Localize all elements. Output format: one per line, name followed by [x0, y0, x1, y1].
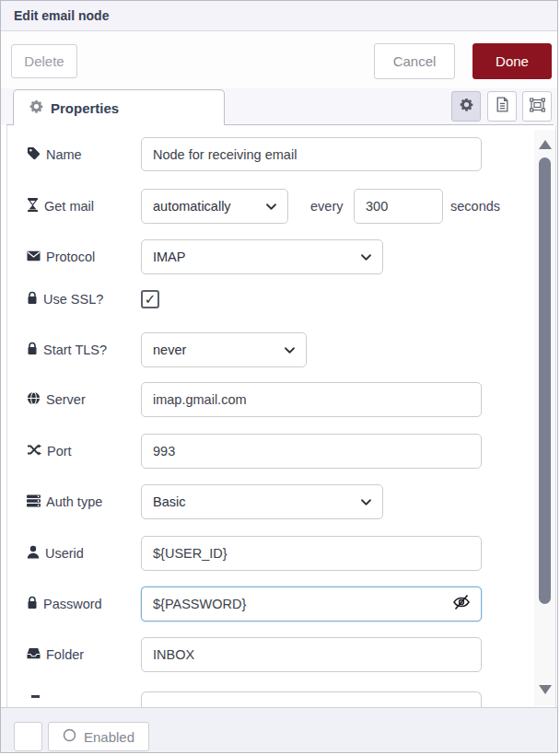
chevron-down-icon: [360, 250, 372, 264]
book-icon: [21, 728, 35, 746]
tab-properties[interactable]: Properties: [13, 89, 225, 125]
auth-type-select[interactable]: Basic: [141, 484, 383, 519]
user-icon: [27, 545, 40, 562]
protocol-select[interactable]: IMAP: [141, 239, 383, 274]
lock-icon: [27, 596, 38, 612]
start-tls-row: Start TLS? never: [1, 332, 531, 367]
next-field-icon-clipped: [31, 695, 40, 698]
document-icon: [496, 97, 509, 116]
circle-icon: [63, 728, 76, 745]
node-help-button[interactable]: [14, 722, 42, 751]
tab-properties-label: Properties: [51, 100, 119, 116]
tab-strip: Properties: [1, 88, 557, 125]
done-button[interactable]: Done: [472, 43, 552, 79]
get-mail-row: Get mail automatically every seconds: [1, 189, 531, 224]
port-input[interactable]: [141, 434, 482, 469]
description-tab-button[interactable]: [487, 91, 517, 122]
cancel-button[interactable]: Cancel: [374, 43, 455, 79]
enabled-label: Enabled: [84, 729, 134, 745]
delete-button[interactable]: Delete: [11, 44, 77, 78]
next-field-input-clipped[interactable]: [141, 691, 482, 707]
password-input[interactable]: [141, 587, 482, 621]
form-scrollbar[interactable]: [534, 130, 555, 706]
panel-right-border: [555, 125, 556, 707]
get-mail-select[interactable]: automatically: [141, 189, 288, 224]
server-row: Server: [1, 382, 531, 417]
object-group-icon: [530, 98, 545, 116]
seconds-label: seconds: [450, 189, 500, 224]
folder-row: Folder: [1, 637, 531, 672]
port-label: Port: [27, 434, 137, 469]
checkmark-icon: ✓: [145, 292, 157, 306]
enabled-toggle-button[interactable]: Enabled: [48, 722, 149, 751]
use-ssl-row: Use SSL? ✓: [1, 288, 531, 310]
gear-icon: [29, 99, 43, 116]
shuffle-icon: [27, 444, 41, 459]
get-mail-label: Get mail: [27, 189, 137, 224]
userid-row: Userid: [1, 536, 531, 571]
scroll-up-button[interactable]: [534, 135, 555, 154]
lock-icon: [27, 342, 38, 358]
toolbar: Delete Cancel Done: [1, 32, 557, 88]
gear-icon: [460, 98, 473, 115]
properties-tab-button[interactable]: [451, 91, 481, 122]
scroll-down-button[interactable]: [534, 680, 555, 699]
appearance-tab-button[interactable]: [522, 91, 552, 122]
properties-form: Name Get mail automatically every second…: [1, 125, 557, 707]
password-row: Password: [1, 587, 531, 621]
globe-icon: [27, 391, 41, 408]
server-icon: [27, 494, 41, 510]
protocol-label: Protocol: [27, 239, 137, 274]
folder-input[interactable]: [141, 637, 482, 672]
start-tls-label: Start TLS?: [27, 332, 137, 367]
chevron-down-icon: [360, 494, 372, 509]
tag-icon: [27, 146, 41, 163]
triangle-up-icon: [539, 140, 552, 149]
scrollbar-thumb[interactable]: [539, 157, 551, 604]
server-label: Server: [27, 382, 137, 417]
password-label: Password: [27, 587, 137, 621]
tray-footer: Enabled: [1, 707, 557, 753]
chevron-down-icon: [284, 343, 296, 357]
use-ssl-checkbox[interactable]: ✓: [141, 290, 159, 308]
name-label: Name: [27, 137, 137, 171]
interval-input[interactable]: [354, 189, 443, 224]
toggle-password-visibility-button[interactable]: [449, 593, 473, 615]
auth-type-label: Auth type: [27, 484, 137, 519]
dialog-title: Edit email node: [1, 1, 557, 31]
name-row: Name: [1, 137, 531, 171]
start-tls-select[interactable]: never: [141, 332, 307, 367]
envelope-icon: [27, 250, 41, 264]
inbox-icon: [27, 647, 41, 662]
folder-label: Folder: [27, 637, 137, 672]
lock-icon: [27, 291, 38, 308]
name-input[interactable]: [141, 137, 482, 171]
triangle-down-icon: [539, 685, 552, 694]
port-row: Port: [1, 434, 531, 469]
chevron-down-icon: [265, 199, 277, 214]
hourglass-icon: [27, 198, 39, 215]
edit-email-node-dialog: Edit email node Delete Cancel Done Prope…: [0, 0, 558, 753]
every-label: every: [310, 189, 343, 224]
use-ssl-label: Use SSL?: [27, 288, 137, 310]
eye-slash-icon: [451, 593, 472, 615]
auth-type-row: Auth type Basic: [1, 484, 531, 519]
protocol-row: Protocol IMAP: [1, 239, 531, 274]
server-input[interactable]: [141, 382, 482, 417]
userid-label: Userid: [27, 536, 137, 571]
userid-input[interactable]: [141, 536, 482, 571]
